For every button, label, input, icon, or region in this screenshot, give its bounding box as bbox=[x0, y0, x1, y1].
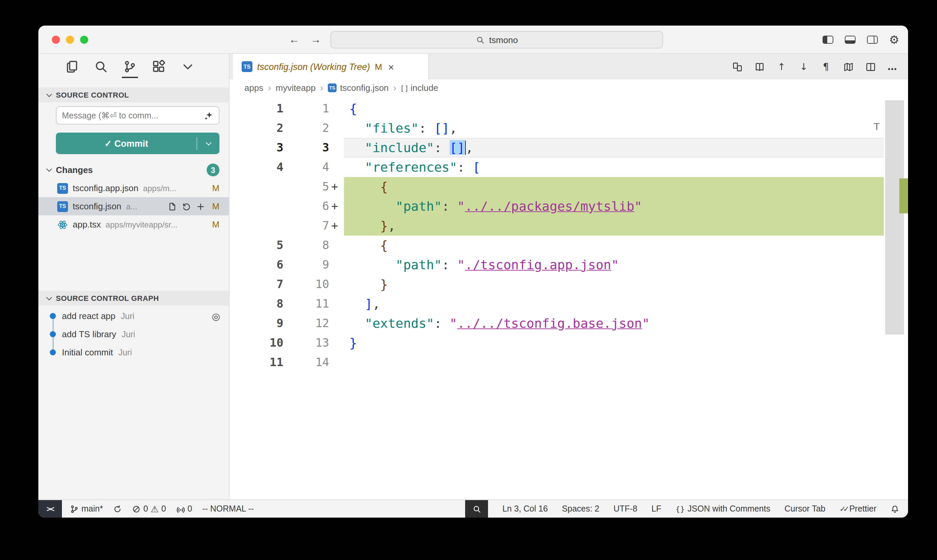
changes-group-header[interactable]: Changes 3 bbox=[38, 161, 229, 179]
sync-changes-button[interactable] bbox=[113, 505, 122, 513]
code-line[interactable]: 7 + }, bbox=[229, 216, 908, 235]
problems-indicator[interactable]: 0 ⚠ 0 bbox=[132, 504, 166, 514]
toggle-secondary-sidebar-icon[interactable] bbox=[867, 36, 878, 44]
eol-indicator[interactable]: LF bbox=[652, 504, 662, 514]
open-changes-icon[interactable] bbox=[732, 61, 742, 72]
command-center-search[interactable]: tsmono bbox=[331, 31, 663, 48]
cursor-tab-indicator[interactable]: Cursor Tab bbox=[785, 504, 826, 514]
file-row[interactable]: TS tsconfig.app.json apps/m... M bbox=[38, 179, 229, 197]
discard-icon[interactable] bbox=[181, 201, 192, 212]
code-line[interactable]: 2 2 "files": [], bbox=[229, 118, 908, 138]
code-line[interactable]: 7 10 } bbox=[229, 275, 908, 294]
code-line[interactable]: 6 + "path": "../../packages/mytslib" bbox=[229, 197, 908, 216]
commit-author: Juri bbox=[122, 329, 135, 339]
code-line[interactable]: 4 4 "references": [ bbox=[229, 157, 908, 177]
render-whitespace-icon[interactable]: ¶ bbox=[820, 61, 831, 72]
previous-change-icon[interactable]: ↑ bbox=[776, 61, 787, 72]
changes-file-list: TS tsconfig.app.json apps/m... M TS tsco… bbox=[38, 179, 229, 234]
minimize-window-button[interactable] bbox=[66, 36, 74, 44]
commit-row[interactable]: add TS library Juri bbox=[38, 325, 229, 343]
file-name: app.tsx bbox=[73, 219, 101, 229]
toggle-primary-sidebar-icon[interactable] bbox=[823, 36, 833, 44]
breadcrumb-item[interactable]: TStsconfig.json bbox=[328, 83, 389, 93]
branch-indicator[interactable]: main* bbox=[70, 504, 103, 514]
generate-commit-message-icon[interactable] bbox=[204, 111, 213, 120]
new-line-number: 10 bbox=[283, 275, 329, 294]
status-bar: >< main* 0 ⚠ 0 0 -- NORMAL -- bbox=[38, 499, 908, 518]
more-actions-icon[interactable]: … bbox=[887, 61, 898, 72]
code-line[interactable]: 1 1 { bbox=[229, 99, 908, 118]
chevron-down-icon bbox=[46, 91, 52, 97]
editor-scrollbar[interactable] bbox=[885, 100, 904, 334]
code-line[interactable]: 8 11 ], bbox=[229, 294, 908, 314]
indentation-indicator[interactable]: Spaces: 2 bbox=[562, 504, 599, 514]
settings-gear-icon[interactable]: ⚙ bbox=[889, 34, 900, 45]
history-forward-button[interactable]: → bbox=[310, 33, 321, 46]
target-icon[interactable]: ◎ bbox=[212, 311, 220, 322]
stage-icon[interactable] bbox=[195, 201, 206, 212]
code-line[interactable]: 6 9 "path": "./tsconfig.app.json" bbox=[229, 255, 908, 275]
breadcrumb-item[interactable]: [ ]include bbox=[401, 83, 438, 93]
zoom-indicator[interactable] bbox=[465, 500, 488, 518]
code-text: "path": "../../packages/mytslib" bbox=[344, 197, 884, 216]
commit-button[interactable]: ✓ Commit bbox=[56, 132, 220, 154]
braces-icon: {} bbox=[675, 505, 685, 512]
notifications-bell[interactable] bbox=[891, 505, 899, 513]
tab-tsconfig-json[interactable]: TS tsconfig.json (Working Tree) M × bbox=[232, 54, 429, 79]
close-tab-icon[interactable]: × bbox=[388, 61, 394, 72]
search-value: tsmono bbox=[489, 35, 518, 45]
next-change-icon[interactable]: ↓ bbox=[799, 61, 809, 72]
sidebar: SOURCE CONTROL Message (⌘⏎ to comm... ✓ … bbox=[38, 54, 229, 499]
commit-dropdown-button[interactable] bbox=[197, 142, 220, 145]
editor-actions: ↑↓¶… bbox=[732, 54, 908, 79]
code-line[interactable]: 10 13 } bbox=[229, 333, 908, 353]
breadcrumb-item[interactable]: apps bbox=[245, 83, 263, 93]
remote-indicator[interactable]: >< bbox=[38, 500, 62, 518]
diff-added-marker bbox=[329, 138, 344, 157]
vim-mode-indicator[interactable]: -- NORMAL -- bbox=[202, 504, 254, 514]
file-row[interactable]: TS tsconfig.json a... M bbox=[38, 197, 229, 215]
new-line-number: 14 bbox=[283, 353, 329, 372]
extensions-icon[interactable] bbox=[152, 58, 166, 75]
new-line-number: 7 bbox=[283, 216, 329, 235]
diff-added-marker: + bbox=[329, 177, 344, 197]
code-line[interactable]: 5 8 { bbox=[229, 235, 908, 255]
cursor-position-indicator[interactable]: Ln 3, Col 16 bbox=[503, 504, 548, 514]
breadcrumb-item[interactable]: myviteapp bbox=[275, 83, 316, 93]
file-row[interactable]: app.tsx apps/myviteapp/sr... M bbox=[38, 215, 229, 234]
code-line[interactable]: 9 12 "extends": "../../tsconfig.base.jso… bbox=[229, 314, 908, 333]
toggle-panel-icon[interactable] bbox=[845, 36, 855, 44]
code-line[interactable]: 11 14 bbox=[229, 353, 908, 372]
ts-icon: TS bbox=[328, 83, 337, 92]
code-text: ], bbox=[344, 294, 884, 314]
new-line-number: 2 bbox=[283, 118, 329, 138]
open-editors-icon[interactable] bbox=[754, 61, 765, 72]
outline-map-icon[interactable] bbox=[843, 61, 854, 72]
commit-row[interactable]: add react app Juri ◎ bbox=[38, 307, 229, 325]
zoom-window-button[interactable] bbox=[80, 36, 88, 44]
history-back-button[interactable]: ← bbox=[289, 33, 300, 46]
old-line-number: 2 bbox=[229, 118, 283, 138]
search-icon[interactable] bbox=[94, 58, 108, 75]
explorer-icon[interactable] bbox=[65, 58, 79, 75]
encoding-indicator[interactable]: UTF-8 bbox=[614, 504, 637, 514]
code-line[interactable]: 3 3 "include": [], bbox=[229, 138, 908, 157]
source-control-icon[interactable] bbox=[123, 58, 137, 75]
code-editor[interactable]: 1 1 { 2 2 "files": [], 3 3 "include": []… bbox=[229, 96, 908, 499]
source-control-graph-header[interactable]: SOURCE CONTROL GRAPH bbox=[38, 291, 229, 306]
code-text: "files": [], bbox=[344, 118, 884, 138]
close-window-button[interactable] bbox=[52, 36, 60, 44]
formatter-indicator[interactable]: ✓✓ Prettier bbox=[840, 504, 876, 514]
commit-row[interactable]: Initial commit Juri bbox=[38, 343, 229, 362]
open-file-icon[interactable] bbox=[167, 201, 178, 212]
language-mode-indicator[interactable]: {} JSON with Comments bbox=[675, 504, 771, 514]
source-control-section-header[interactable]: SOURCE CONTROL bbox=[38, 88, 229, 102]
breadcrumb: apps›myviteapp›TStsconfig.json›[ ]includ… bbox=[229, 79, 908, 96]
code-line[interactable]: 5 + { bbox=[229, 177, 908, 197]
commit-message-input[interactable]: Message (⌘⏎ to comm... bbox=[56, 106, 220, 125]
split-editor-icon[interactable] bbox=[865, 61, 876, 72]
more-views-icon[interactable] bbox=[181, 58, 195, 75]
ports-indicator[interactable]: 0 bbox=[176, 504, 192, 514]
commit-message: add react app bbox=[62, 311, 115, 321]
errors-count: 0 bbox=[143, 504, 148, 514]
